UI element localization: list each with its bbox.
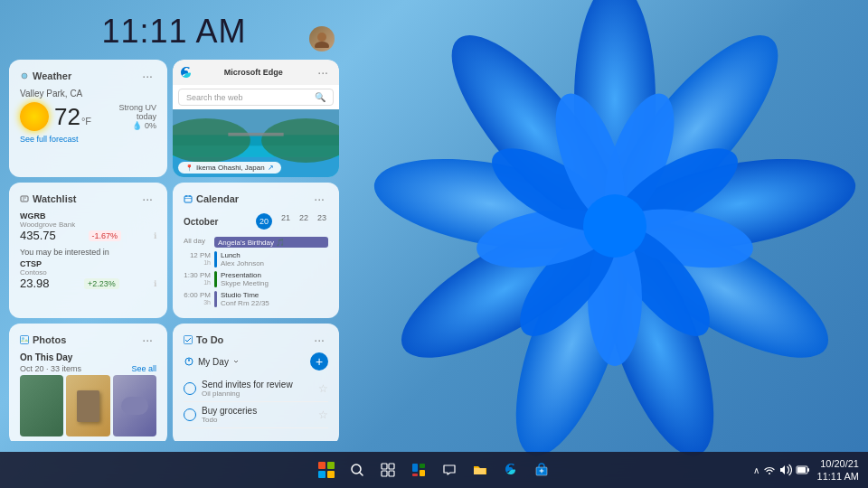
taskbar-chevron-icon[interactable]: ∧ [753, 465, 760, 475]
calendar-icon [184, 194, 193, 203]
taskbar-store-btn[interactable] [529, 457, 554, 483]
weather-desc: Strong UV today [97, 103, 156, 121]
stock-price-wgrb: 435.75 [20, 229, 56, 242]
svg-point-37 [22, 337, 24, 340]
photos-date-row: Oct 20 · 33 items See all [20, 364, 156, 373]
taskbar-explorer-btn[interactable] [467, 457, 493, 483]
edge-header: Microsoft Edge ··· [173, 60, 339, 85]
widgets-grid: Weather ··· Valley Park, CA 72 °F Strong… [9, 60, 339, 441]
taskbar-taskview-btn[interactable] [375, 457, 401, 483]
cal-event-studio-bar [214, 291, 217, 307]
weather-title: Weather [20, 70, 71, 81]
svg-point-20 [315, 42, 329, 48]
taskbar: ∧ 10/20/21 11:11 AM [0, 452, 868, 488]
calendar-month-row: October 20 21 22 23 [184, 211, 328, 231]
stock-symbol-ctsp: CTSP [20, 259, 156, 268]
taskbar-right: ∧ 10/20/21 11:11 AM [753, 457, 859, 483]
edge-search-input[interactable]: Search the web 🔍 [178, 89, 334, 106]
interested-label: You may be interested in [20, 248, 156, 257]
cal-day-20[interactable]: 20 [254, 211, 274, 231]
cal-event-studio-time: 6:00 PM 3h [184, 291, 211, 305]
photos-date: Oct 20 · 33 items [20, 364, 81, 373]
explorer-icon [473, 463, 487, 477]
taskbar-widgets-btn[interactable] [406, 457, 431, 483]
stock-info-icon-ctsp: ℹ [154, 279, 156, 288]
photo-thumb-3[interactable] [113, 375, 156, 436]
cal-event-lunch-time: 12 PM 1h [184, 251, 211, 266]
todo-icon [184, 335, 193, 344]
photos-widget: Photos ··· On This Day Oct 20 · 33 items… [9, 324, 167, 441]
taskbar-date: 10/20/21 [817, 457, 859, 470]
svg-rect-32 [184, 196, 192, 202]
taskbar-edge-btn[interactable] [498, 457, 524, 483]
photos-more-btn[interactable]: ··· [138, 333, 156, 347]
cal-day-21[interactable]: 21 [279, 211, 292, 231]
photo-thumb-2[interactable] [66, 375, 109, 436]
cal-event-lunch-details: Lunch Alex Johnson [221, 251, 264, 267]
todo-title: To Do [184, 334, 223, 345]
cal-event-pres-details: Presentation Skype Meeting [221, 271, 269, 287]
taskbar-chat-btn[interactable] [437, 457, 462, 483]
watchlist-more-btn[interactable]: ··· [138, 192, 156, 206]
wifi-icon[interactable] [763, 464, 776, 476]
weather-widget: Weather ··· Valley Park, CA 72 °F Strong… [9, 60, 167, 177]
todo-star-2[interactable]: ☆ [318, 408, 328, 421]
clock-area: 11:11 AM [9, 13, 339, 51]
weather-unit: °F [81, 116, 91, 127]
taskbar-windows-btn[interactable] [314, 457, 339, 483]
battery-icon[interactable] [796, 464, 810, 476]
taskbar-system-tray: ∧ [753, 464, 810, 476]
weather-icon [20, 71, 29, 80]
cal-event-birthday: All day Angela's Birthday 🎵 [184, 235, 328, 249]
edge-search-icon[interactable]: 🔍 [315, 92, 326, 102]
svg-rect-44 [382, 471, 387, 476]
weather-temp: 72 [54, 103, 80, 131]
stock-name-ctsp: Contoso [20, 268, 156, 277]
watchlist-header: Watchlist ··· [20, 192, 156, 206]
taskbar-datetime[interactable]: 10/20/21 11:11 AM [817, 457, 859, 483]
weather-main: 72 °F Strong UV today 💧 0% [20, 102, 156, 131]
edge-hero-image: 📍 Ikema Ohashi, Japan ↗ [173, 109, 339, 177]
user-avatar[interactable] [309, 26, 335, 52]
calendar-more-btn[interactable]: ··· [310, 192, 328, 206]
todo-add-btn[interactable]: + [310, 352, 328, 371]
photos-seeall-btn[interactable]: See all [131, 364, 156, 373]
widgets-icon [411, 463, 426, 477]
cal-event-presentation: 1:30 PM 1h Presentation Skype Meeting [184, 269, 328, 289]
todo-star-1[interactable]: ☆ [318, 382, 328, 395]
edge-logo-icon [180, 66, 193, 79]
stock-symbol-wgrb: WGRB [20, 211, 156, 221]
edge-search-bar[interactable]: Search the web 🔍 [173, 85, 339, 109]
svg-rect-43 [389, 464, 394, 469]
todo-myday: My Day + [184, 352, 328, 371]
photo-thumb-1[interactable] [20, 375, 63, 436]
svg-rect-38 [184, 336, 193, 344]
cal-event-lunch-bar [214, 251, 217, 267]
photos-title: Photos [20, 334, 66, 345]
stock-change-ctsp: +2.23% [84, 278, 119, 289]
todo-check-1[interactable] [184, 382, 196, 395]
store-icon [534, 463, 549, 477]
wallpaper-flower [344, 0, 868, 488]
cal-day-23[interactable]: 23 [316, 211, 328, 231]
svg-rect-36 [21, 336, 29, 344]
volume-icon[interactable] [779, 464, 792, 476]
cal-event-allday-bar: Angela's Birthday 🎵 [214, 237, 328, 248]
todo-item-1: Send invites for review Oil planning ☆ [184, 376, 328, 402]
taskbar-search-btn[interactable] [344, 457, 370, 483]
todo-more-btn[interactable]: ··· [310, 333, 328, 347]
todo-check-2[interactable] [184, 408, 196, 421]
edge-title: Microsoft Edge [224, 68, 283, 77]
weather-more-btn[interactable]: ··· [138, 69, 156, 83]
stock-price-row-wgrb: 435.75 -1.67% ℹ [20, 229, 156, 242]
edge-more-btn[interactable]: ··· [314, 65, 332, 80]
cal-day-active-20: 20 [256, 213, 272, 230]
todo-text-2: Buy groceries Todo [202, 406, 313, 424]
watchlist-title: Watchlist [20, 193, 77, 204]
stock-price-row-ctsp: 23.98 +2.23% ℹ [20, 277, 156, 290]
cal-day-22[interactable]: 22 [297, 211, 310, 231]
calendar-month: October [184, 217, 218, 227]
svg-rect-49 [420, 470, 425, 476]
weather-forecast-link[interactable]: See full forecast [20, 135, 156, 144]
cal-event-pres-bar [214, 271, 217, 287]
